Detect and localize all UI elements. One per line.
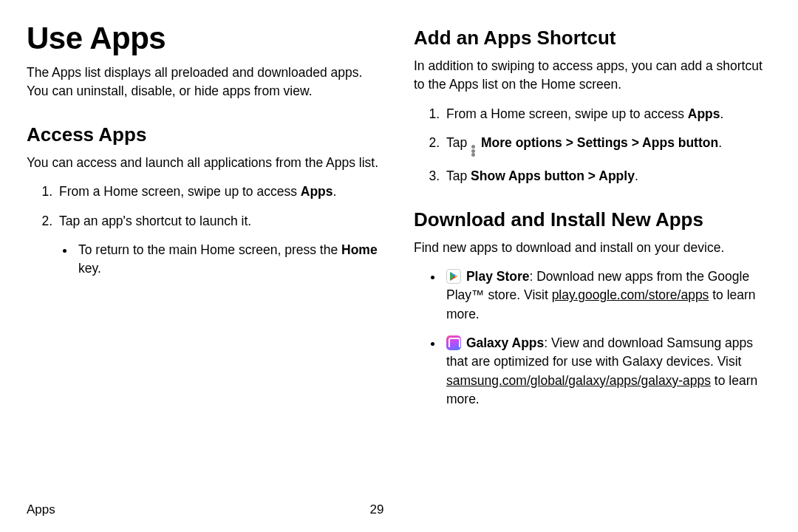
access-apps-steps: From a Home screen, swipe up to access A… xyxy=(27,183,384,279)
list-item: Play Store: Download new apps from the G… xyxy=(443,267,771,324)
download-intro: Find new apps to download and install on… xyxy=(414,239,771,257)
text: Tap xyxy=(446,135,471,150)
text: . xyxy=(635,168,638,183)
page-footer: Apps 29 xyxy=(27,502,771,517)
apps-button-label: Apps button xyxy=(642,135,718,150)
use-apps-intro: The Apps list displays all preloaded and… xyxy=(27,64,384,101)
access-apps-intro: You can access and launch all applicatio… xyxy=(27,154,384,172)
access-apps-heading: Access Apps xyxy=(27,123,384,146)
content-columns: Use Apps The Apps list displays all prel… xyxy=(27,21,771,494)
text: From a Home screen, swipe up to access xyxy=(446,106,688,121)
list-item: To return to the main Home screen, press… xyxy=(75,241,384,279)
list-item: From a Home screen, swipe up to access A… xyxy=(443,105,771,123)
chevron-right-icon: > xyxy=(562,135,577,150)
apply-label: Apply xyxy=(598,168,635,183)
page-title: Use Apps xyxy=(27,21,384,56)
download-heading: Download and Install New Apps xyxy=(414,208,771,231)
galaxy-apps-link[interactable]: samsung.com/global/galaxy/apps/galaxy-ap… xyxy=(446,373,711,388)
text: . xyxy=(720,106,724,121)
more-options-icon xyxy=(471,145,476,157)
text: Tap an app's shortcut to launch it. xyxy=(59,214,251,228)
list-item: From a Home screen, swipe up to access A… xyxy=(56,183,384,201)
right-column: Add an Apps Shortcut In addition to swip… xyxy=(414,21,771,494)
text: . xyxy=(718,135,722,150)
download-list: Play Store: Download new apps from the G… xyxy=(414,267,771,409)
left-column: Use Apps The Apps list displays all prel… xyxy=(27,21,384,494)
add-shortcut-intro: In addition to swiping to access apps, y… xyxy=(414,57,771,95)
list-item: Tap More options > Settings > Apps butto… xyxy=(443,134,771,157)
apps-label: Apps xyxy=(301,184,333,199)
text: To return to the main Home screen, press… xyxy=(78,242,341,257)
text: Tap xyxy=(446,168,471,183)
text: From a Home screen, swipe up to access xyxy=(59,184,301,199)
list-item: Tap Show Apps button > Apply. xyxy=(443,167,771,185)
show-apps-button-label: Show Apps button xyxy=(471,168,584,183)
add-shortcut-steps: From a Home screen, swipe up to access A… xyxy=(414,105,771,186)
text: key. xyxy=(78,261,101,276)
more-options-label: More options xyxy=(481,135,562,150)
play-store-link[interactable]: play.google.com/store/apps xyxy=(552,287,709,302)
list-item: Galaxy Apps: View and download Samsung a… xyxy=(443,334,771,409)
apps-label: Apps xyxy=(688,106,720,121)
sub-list: To return to the main Home screen, press… xyxy=(59,241,384,279)
settings-label: Settings xyxy=(577,135,628,150)
galaxy-apps-label: Galaxy Apps xyxy=(466,335,544,350)
home-key-label: Home xyxy=(341,242,378,257)
list-item: Tap an app's shortcut to launch it. To r… xyxy=(56,212,384,279)
text: . xyxy=(333,184,337,199)
play-store-icon xyxy=(446,269,461,284)
svg-marker-3 xyxy=(455,275,457,278)
chevron-right-icon: > xyxy=(584,168,598,183)
add-shortcut-heading: Add an Apps Shortcut xyxy=(414,27,771,50)
galaxy-apps-icon xyxy=(446,335,461,350)
chevron-right-icon: > xyxy=(628,135,642,150)
play-store-label: Play Store xyxy=(466,269,530,284)
page-number: 29 xyxy=(0,502,771,517)
